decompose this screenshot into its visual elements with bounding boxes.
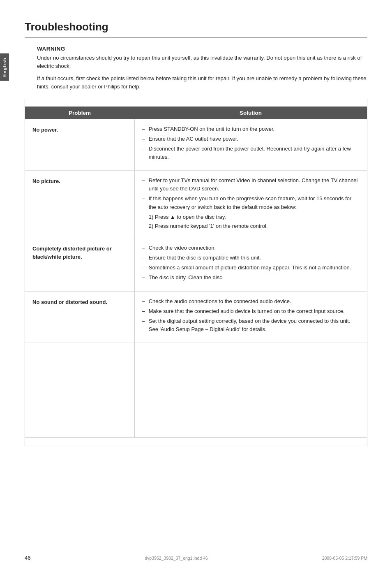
problem-cell: No sound or distorted sound. xyxy=(25,291,134,343)
solution-item: Refer to your TVs manual for correct Vid… xyxy=(142,176,360,193)
table-row: No power.Press STANDBY-ON on the unit to… xyxy=(25,119,367,171)
solution-item: Check the video connection. xyxy=(142,244,360,252)
solution-cell: Refer to your TVs manual for correct Vid… xyxy=(134,171,367,238)
problem-cell: No power. xyxy=(25,119,134,171)
footer-date: 2008-05-05 2:17:59 PM xyxy=(322,556,367,561)
solution-item: Ensure that the AC outlet have power. xyxy=(142,135,360,143)
warning-paragraph1: Under no circumstances should you try to… xyxy=(37,54,367,70)
empty-cell xyxy=(134,343,367,438)
solution-cell: Check the audio connections to the conne… xyxy=(134,291,367,343)
warning-section: WARNING Under no circumstances should yo… xyxy=(37,46,367,91)
side-tab: English xyxy=(0,53,9,81)
solution-item: Make sure that the connected audio devic… xyxy=(142,307,360,315)
solution-item: Ensure that the disc is compatible with … xyxy=(142,254,360,262)
table-row: No picture.Refer to your TVs manual for … xyxy=(25,171,367,238)
solution-sub-item: 2) Press numeric keypad '1' on the remot… xyxy=(142,222,360,230)
solution-sub-item: 1) Press ▲ to open the disc tray. xyxy=(142,213,360,221)
header-solution: Solution xyxy=(134,107,367,119)
warning-paragraph2: If a fault occurs, first check the point… xyxy=(37,74,367,91)
troubleshooting-table-wrapper: Problem Solution No power.Press STANDBY-… xyxy=(25,99,367,447)
table-row-empty xyxy=(25,343,367,438)
solution-item: The disc is dirty. Clean the disc. xyxy=(142,273,360,282)
solution-item: Check the audio connections to the conne… xyxy=(142,297,360,306)
solution-item: Disconnect the power cord from the power… xyxy=(142,145,360,161)
table-row: No sound or distorted sound.Check the au… xyxy=(25,291,367,343)
problem-cell: Completely distorted picture or black/wh… xyxy=(25,238,134,291)
troubleshooting-table: Problem Solution No power.Press STANDBY-… xyxy=(25,107,367,438)
warning-label: WARNING xyxy=(37,46,367,52)
header-problem: Problem xyxy=(25,107,134,119)
solution-cell: Press STANDBY-ON on the unit to turn on … xyxy=(134,119,367,171)
solution-cell: Check the video connection.Ensure that t… xyxy=(134,238,367,291)
table-row: Completely distorted picture or black/wh… xyxy=(25,238,367,291)
solution-item: Set the digital output setting correctly… xyxy=(142,317,360,334)
problem-cell: No picture. xyxy=(25,171,134,238)
page-number: 46 xyxy=(25,555,30,561)
page-container: English Troubleshooting WARNING Under no… xyxy=(0,0,392,570)
solution-item: If this happens when you turn on the pro… xyxy=(142,195,360,211)
page-title: Troubleshooting xyxy=(25,16,367,38)
side-tab-label: English xyxy=(2,58,7,77)
table-header-row: Problem Solution xyxy=(25,107,367,119)
solution-item: Press STANDBY-ON on the unit to turn on … xyxy=(142,125,360,133)
footer-filename: dvp3962_3982_37_eng1.indd 46 xyxy=(145,556,208,561)
page-footer: 46 dvp3962_3982_37_eng1.indd 46 2008-05-… xyxy=(25,555,367,561)
empty-cell xyxy=(25,343,134,438)
solution-item: Sometimes a small amount of picture dist… xyxy=(142,264,360,272)
